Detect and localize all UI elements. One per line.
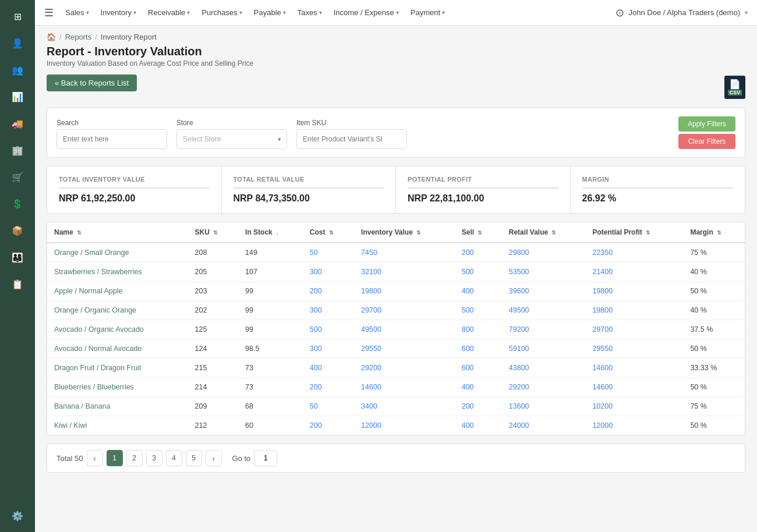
- hamburger-icon[interactable]: ☰: [44, 6, 54, 19]
- sidebar-icon-basket[interactable]: 🛒: [6, 165, 29, 189]
- cell-sku: 212: [188, 416, 239, 435]
- breadcrumb: 🏠 / Reports / Inventory Report: [47, 33, 745, 41]
- nav-item-sales[interactable]: Sales ▾: [61, 6, 94, 19]
- page-button-4[interactable]: 4: [166, 450, 182, 466]
- col-cost[interactable]: Cost ⇅: [303, 222, 354, 243]
- cell-name[interactable]: Strawberries / Strawberries: [47, 263, 188, 282]
- cell-in_stock: 68: [238, 397, 303, 416]
- nav-item-taxes[interactable]: Taxes ▾: [293, 6, 327, 19]
- home-icon[interactable]: 🏠: [47, 33, 56, 41]
- cell-name[interactable]: Blueberries / Blueberries: [47, 378, 188, 397]
- cell-in_stock: 99: [238, 282, 303, 301]
- user-label[interactable]: John Doe / Alpha Traders (demo): [629, 8, 741, 17]
- sidebar-icon-person[interactable]: 👥: [6, 58, 29, 81]
- goto-input[interactable]: [254, 450, 277, 466]
- cell-name[interactable]: Avocado / Normal Avocado: [47, 339, 188, 359]
- cell-inventory_value: 49500: [354, 320, 455, 339]
- sort-icon-potential-profit: ⇅: [646, 230, 650, 236]
- cell-inventory_value: 12000: [354, 416, 455, 435]
- breadcrumb-current: Inventory Report: [101, 33, 157, 41]
- col-in-stock[interactable]: In Stock ↓: [238, 222, 303, 243]
- sidebar-icon-building[interactable]: 🏢: [6, 139, 29, 162]
- page-button-3[interactable]: 3: [146, 450, 162, 466]
- cell-retail_value: 79200: [502, 320, 586, 339]
- next-page-button[interactable]: ›: [206, 450, 222, 466]
- cell-name[interactable]: Banana / Banana: [47, 397, 188, 416]
- total-retail-value: NRP 84,73,350.00: [234, 193, 384, 204]
- nav-item-purchases[interactable]: Purchases ▾: [197, 6, 246, 19]
- cell-cost: 500: [303, 320, 354, 339]
- nav-item-income-expense[interactable]: Income / Expense ▾: [329, 6, 404, 19]
- cell-name[interactable]: Orange / Organic Orange: [47, 301, 188, 320]
- col-sku[interactable]: SKU ⇅: [188, 222, 239, 243]
- cell-sell: 500: [455, 263, 502, 282]
- sidebar-icon-dollar[interactable]: 💲: [6, 192, 29, 215]
- sidebar-icon-truck[interactable]: 🚚: [6, 112, 29, 135]
- potential-profit-value: NRP 22,81,100.00: [408, 193, 558, 204]
- cell-sell: 400: [455, 416, 502, 435]
- table-row: Apple / Normal Apple20399200198004003960…: [47, 282, 745, 301]
- sidebar-icon-chart[interactable]: 📊: [6, 85, 29, 108]
- cell-sku: 215: [188, 359, 239, 378]
- search-input[interactable]: [56, 129, 167, 149]
- apply-filters-button[interactable]: Apply Filters: [678, 116, 735, 132]
- sort-icon-inventory-value: ⇅: [416, 230, 421, 236]
- sort-icon-cost: ⇅: [329, 230, 334, 236]
- page-button-2[interactable]: 2: [126, 450, 143, 466]
- sidebar-icon-list[interactable]: 📋: [6, 272, 29, 296]
- total-inventory-title: TOTAL INVENTORY VALUE: [59, 176, 210, 189]
- cell-cost: 200: [303, 416, 354, 435]
- nav-item-receivable[interactable]: Receivable ▾: [143, 6, 194, 19]
- total-retail-title: TOTAL RETAIL VALUE: [234, 176, 384, 189]
- sidebar-icon-users[interactable]: 👤: [6, 31, 29, 55]
- page-title: Report - Inventory Valuation: [47, 45, 745, 58]
- clear-filters-button[interactable]: Clear Filters: [678, 134, 735, 149]
- search-label: Search: [56, 119, 167, 127]
- sku-input[interactable]: [296, 129, 407, 149]
- sort-icon-sku: ⇅: [213, 230, 218, 236]
- nav-item-payable[interactable]: Payable ▾: [249, 6, 291, 19]
- cell-margin: 33.33 %: [683, 359, 745, 378]
- filter-bar: Search Store Select Store ▾ Item SKU App…: [47, 108, 745, 158]
- col-potential-profit[interactable]: Potential Profit ⇅: [585, 222, 683, 243]
- cell-retail_value: 59100: [502, 339, 586, 359]
- cell-potential_profit: 29550: [585, 339, 683, 359]
- col-margin[interactable]: Margin ⇅: [683, 222, 745, 243]
- cell-name[interactable]: Dragon Fruit / Dragon Fruit: [47, 359, 188, 378]
- cell-name[interactable]: Orange / Small Orange: [47, 243, 188, 263]
- cell-cost: 300: [303, 263, 354, 282]
- search-filter-group: Search: [56, 119, 167, 149]
- cell-margin: 40 %: [683, 263, 745, 282]
- sidebar: ⊞ 👤 👥 📊 🚚 🏢 🛒 💲 📦 👨‍👩‍👧 📋 ⚙️: [0, 0, 35, 532]
- cell-sell: 600: [455, 359, 502, 378]
- breadcrumb-reports[interactable]: Reports: [65, 33, 92, 41]
- chevron-down-icon: ▾: [396, 9, 399, 16]
- page-button-1[interactable]: 1: [107, 450, 123, 466]
- store-select[interactable]: Select Store: [176, 129, 287, 149]
- csv-file-icon: 📄: [729, 79, 741, 90]
- back-to-reports-button[interactable]: « Back to Reports List: [47, 75, 137, 91]
- col-name[interactable]: Name ⇅: [47, 222, 188, 243]
- cell-name[interactable]: Apple / Normal Apple: [47, 282, 188, 301]
- cell-cost: 300: [303, 301, 354, 320]
- page-content: 🏠 / Reports / Inventory Report Report - …: [35, 26, 757, 532]
- nav-item-payment[interactable]: Payment ▾: [406, 6, 450, 19]
- col-sell[interactable]: Sell ⇅: [455, 222, 502, 243]
- cell-name[interactable]: Avocado / Organic Avocado: [47, 320, 188, 339]
- page-button-5[interactable]: 5: [186, 450, 202, 466]
- sidebar-icon-dashboard[interactable]: ⊞: [6, 5, 29, 28]
- prev-page-button[interactable]: ‹: [87, 450, 103, 466]
- sidebar-icon-people[interactable]: 👨‍👩‍👧: [6, 246, 29, 269]
- sidebar-icon-settings[interactable]: ⚙️: [6, 504, 29, 527]
- col-retail-value[interactable]: Retail Value ⇅: [502, 222, 586, 243]
- cell-potential_profit: 19800: [585, 301, 683, 320]
- csv-export-button[interactable]: 📄 CSV: [724, 76, 745, 99]
- inventory-table: Name ⇅ SKU ⇅ In Stock ↓ Cost ⇅ Inventory…: [47, 222, 745, 435]
- sidebar-icon-package[interactable]: 📦: [6, 219, 29, 242]
- cell-margin: 50 %: [683, 339, 745, 359]
- cell-name[interactable]: Kiwi / Kiwi: [47, 416, 188, 435]
- cell-retail_value: 53500: [502, 263, 586, 282]
- table-body: Orange / Small Orange2081495074502002980…: [47, 243, 745, 435]
- nav-item-inventory[interactable]: Inventory ▾: [96, 6, 141, 19]
- col-inventory-value[interactable]: Inventory Value ⇅: [354, 222, 455, 243]
